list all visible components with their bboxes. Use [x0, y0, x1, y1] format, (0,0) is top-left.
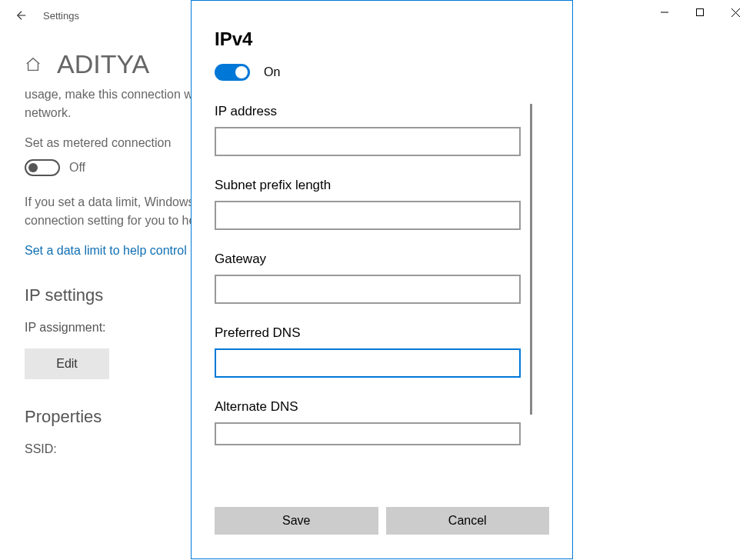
gateway-label: Gateway: [215, 252, 549, 267]
page-title: ADITYA: [57, 49, 149, 79]
preferred-dns-input[interactable]: [215, 348, 521, 378]
field-subnet: Subnet prefix length: [215, 178, 549, 230]
edit-button[interactable]: Edit: [25, 348, 109, 379]
alternate-dns-input[interactable]: [215, 422, 521, 445]
form-area: IP address Subnet prefix length Gateway …: [215, 104, 549, 540]
dialog-buttons: Save Cancel: [215, 507, 549, 535]
subnet-input[interactable]: [215, 201, 521, 230]
gateway-input[interactable]: [215, 275, 521, 304]
metered-toggle[interactable]: [25, 159, 60, 176]
field-ip-address: IP address: [215, 104, 549, 156]
form-scroll: IP address Subnet prefix length Gateway …: [215, 104, 549, 504]
subnet-label: Subnet prefix length: [215, 178, 549, 193]
close-button[interactable]: [718, 0, 753, 25]
home-icon[interactable]: [25, 56, 42, 73]
save-button[interactable]: Save: [215, 507, 378, 535]
svg-rect-1: [697, 9, 704, 16]
ipv4-toggle[interactable]: [215, 64, 250, 81]
back-button[interactable]: [3, 0, 40, 31]
ip-address-input[interactable]: [215, 127, 521, 156]
ipv4-toggle-row: On: [215, 64, 549, 81]
metered-toggle-state: Off: [69, 161, 85, 175]
scrollbar[interactable]: [530, 104, 532, 415]
window-controls: [647, 0, 753, 25]
ip-address-label: IP address: [215, 104, 549, 119]
minimize-button[interactable]: [647, 0, 682, 25]
field-preferred-dns: Preferred DNS: [215, 325, 549, 378]
titlebar-label: Settings: [43, 10, 79, 22]
cancel-button[interactable]: Cancel: [386, 507, 550, 535]
alternate-dns-label: Alternate DNS: [215, 399, 549, 415]
field-alternate-dns: Alternate DNS: [215, 399, 549, 445]
maximize-button[interactable]: [682, 0, 718, 25]
preferred-dns-label: Preferred DNS: [215, 325, 549, 341]
ipv4-toggle-state: On: [264, 65, 280, 79]
ipv4-dialog: IPv4 On IP address Subnet prefix length …: [191, 0, 573, 559]
field-gateway: Gateway: [215, 252, 549, 304]
dialog-title: IPv4: [215, 28, 549, 50]
